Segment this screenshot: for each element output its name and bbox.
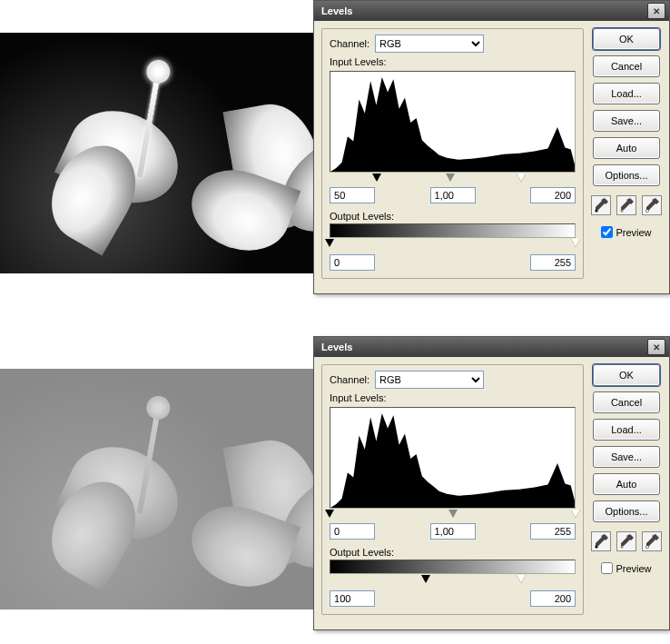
close-icon: ✕ (653, 342, 660, 352)
preview-label: Preview (616, 227, 651, 238)
cancel-button[interactable]: Cancel (593, 391, 660, 413)
histogram (330, 407, 576, 509)
channel-label: Channel: (330, 374, 369, 385)
input-white-field[interactable] (530, 523, 576, 540)
output-black-slider[interactable] (325, 239, 334, 247)
output-white-slider[interactable] (571, 239, 580, 247)
levels-dialog: Levels ✕ Channel: RGB Input Levels: (313, 336, 670, 630)
eyedropper-black[interactable] (591, 531, 611, 551)
input-levels-label: Input Levels: (330, 392, 576, 403)
input-black-field[interactable] (330, 523, 375, 540)
output-slider[interactable] (330, 576, 576, 585)
load-button[interactable]: Load... (593, 83, 660, 104)
cancel-button[interactable]: Cancel (593, 55, 660, 77)
output-levels-label: Output Levels: (330, 547, 576, 558)
svg-point-4 (620, 545, 623, 548)
svg-point-1 (620, 209, 623, 212)
ok-button[interactable]: OK (593, 364, 660, 386)
eyedropper-white[interactable] (642, 195, 662, 215)
options-button[interactable]: Options... (593, 164, 660, 186)
output-white-slider[interactable] (517, 575, 526, 583)
eyedropper-white[interactable] (642, 531, 662, 551)
preview-checkbox[interactable] (601, 226, 613, 238)
output-black-field[interactable] (330, 590, 375, 607)
eyedropper-gray[interactable] (616, 195, 636, 215)
channel-select[interactable]: RGB (375, 35, 484, 53)
eyedropper-black[interactable] (591, 195, 611, 215)
svg-point-0 (595, 209, 597, 212)
output-levels-label: Output Levels: (330, 211, 576, 222)
eyedropper-gray[interactable] (616, 531, 636, 551)
input-black-slider[interactable] (325, 510, 334, 518)
image-preview (0, 33, 313, 273)
auto-button[interactable]: Auto (593, 137, 660, 159)
close-icon: ✕ (653, 6, 660, 16)
svg-point-5 (645, 545, 648, 548)
input-white-field[interactable] (530, 187, 576, 203)
input-gamma-field[interactable] (430, 187, 476, 203)
titlebar[interactable]: Levels ✕ (314, 1, 669, 21)
preview-checkbox-wrap[interactable]: Preview (601, 226, 651, 238)
auto-button[interactable]: Auto (593, 473, 660, 495)
input-gamma-slider[interactable] (448, 510, 458, 518)
levels-dialog: Levels ✕ Channel: RGB Input Levels: (313, 0, 670, 294)
preview-checkbox-wrap[interactable]: Preview (601, 562, 651, 574)
svg-point-3 (595, 545, 597, 548)
channel-label: Channel: (330, 38, 369, 49)
histogram-path (330, 413, 575, 508)
save-button[interactable]: Save... (593, 110, 660, 132)
output-slider[interactable] (330, 240, 576, 249)
output-black-slider[interactable] (421, 575, 430, 583)
channel-select[interactable]: RGB (375, 371, 484, 389)
input-gamma-slider[interactable] (446, 173, 455, 182)
output-white-field[interactable] (530, 590, 576, 607)
input-black-slider[interactable] (372, 173, 381, 182)
histogram (330, 71, 576, 173)
load-button[interactable]: Load... (593, 419, 660, 441)
histogram-path (330, 77, 575, 172)
input-slider[interactable] (330, 510, 576, 520)
dialog-title: Levels (321, 5, 352, 16)
dialog-title: Levels (321, 342, 352, 352)
image-preview (0, 369, 313, 609)
output-gradient (330, 560, 576, 574)
svg-point-2 (645, 209, 648, 212)
input-white-slider[interactable] (517, 173, 526, 182)
output-gradient (330, 223, 576, 238)
titlebar[interactable]: Levels ✕ (314, 337, 669, 357)
close-button[interactable]: ✕ (647, 3, 665, 19)
options-button[interactable]: Options... (593, 500, 660, 522)
preview-label: Preview (616, 563, 651, 574)
ok-button[interactable]: OK (593, 28, 660, 50)
input-gamma-field[interactable] (430, 523, 476, 540)
preview-checkbox[interactable] (601, 562, 613, 574)
input-levels-label: Input Levels: (330, 56, 576, 67)
input-slider[interactable] (330, 174, 576, 183)
output-black-field[interactable] (330, 254, 375, 271)
save-button[interactable]: Save... (593, 446, 660, 468)
input-black-field[interactable] (330, 187, 375, 203)
output-white-field[interactable] (530, 254, 576, 271)
close-button[interactable]: ✕ (647, 339, 665, 355)
input-white-slider[interactable] (571, 510, 580, 518)
